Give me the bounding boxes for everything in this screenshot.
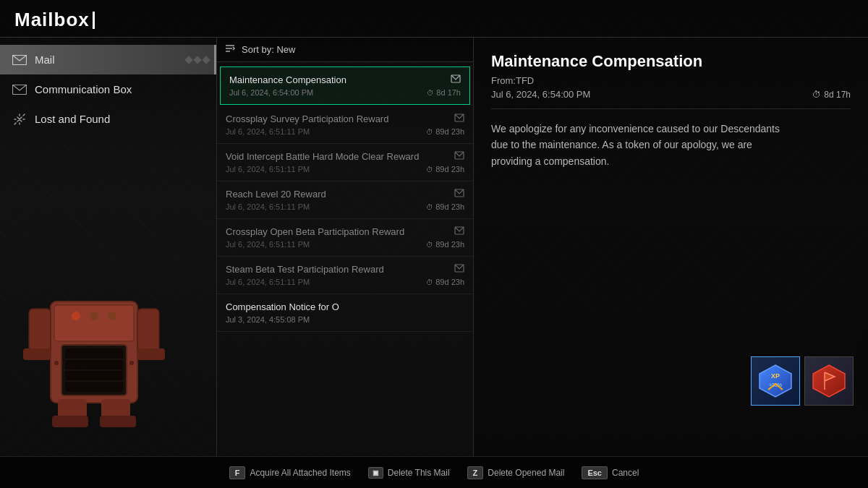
- attachment-slot-1[interactable]: XP +30%: [751, 356, 800, 406]
- lost-found-icon: [12, 114, 27, 125]
- svg-text:XP: XP: [771, 372, 780, 380]
- detail-panel: Maintenance Compensation From:TFD Jul 6,…: [474, 38, 868, 456]
- mail-item-2-expire: ⏱ 89d 23h: [426, 127, 464, 136]
- mail-item-2[interactable]: Crossplay Survey Participation Reward Ju…: [217, 106, 473, 144]
- mail-item-1-date: Jul 6, 2024, 6:54:00 PM: [229, 88, 313, 97]
- robot-illustration: [7, 244, 181, 435]
- attachment-slot-2[interactable]: [804, 356, 854, 406]
- action-delete-this[interactable]: ▣ Delete This Mail: [368, 467, 450, 479]
- mail-item-1-expire: ⏱ 8d 17h: [427, 88, 461, 97]
- attachment-icon-2: [454, 114, 464, 124]
- svg-rect-12: [52, 416, 88, 427]
- detail-from: From:TFD: [491, 75, 851, 86]
- action-acquire-all[interactable]: F Acquire All Attached Items: [229, 466, 351, 479]
- header: Mailbox: [0, 0, 868, 38]
- sidebar-item-mail-label: Mail: [35, 53, 55, 66]
- mail-items-list: Maintenance Compensation Jul 6, 2024, 6:…: [217, 62, 473, 456]
- action-delete-opened[interactable]: Z Delete Opened Mail: [467, 466, 565, 479]
- mail-item-4-expire: ⏱ 89d 23h: [426, 202, 464, 211]
- mail-list: Sort by: New Maintenance Compensation: [217, 38, 474, 456]
- active-indicator: [186, 57, 209, 63]
- detail-expire: ⏱ 8d 17h: [812, 90, 851, 100]
- attachment-icon-4: [454, 189, 464, 200]
- mail-item-5[interactable]: Crossplay Open Beta Participation Reward…: [217, 219, 473, 257]
- action-delete-opened-label: Delete Opened Mail: [488, 468, 564, 478]
- clock-icon-1: ⏱: [427, 89, 434, 97]
- mail-item-3[interactable]: Void Intercept Battle Hard Mode Clear Re…: [217, 144, 473, 181]
- svg-point-16: [108, 312, 116, 320]
- mail-item-6-title: Steam Beta Test Participation Reward: [226, 264, 384, 275]
- sidebar-item-lost-and-found-label: Lost and Found: [35, 113, 110, 125]
- svg-point-18: [129, 361, 134, 365]
- attachment-icon-1: [451, 74, 461, 85]
- sort-label: Sort by: New: [242, 44, 295, 55]
- svg-marker-34: [813, 365, 845, 397]
- svg-rect-3: [54, 305, 134, 341]
- envelope-icon: [12, 84, 27, 95]
- svg-rect-13: [100, 416, 136, 427]
- mail-item-5-expire: ⏱ 89d 23h: [426, 240, 464, 249]
- mail-item-4-title: Reach Level 20 Reward: [226, 189, 326, 200]
- svg-point-14: [72, 312, 80, 320]
- mail-item-6-expire: ⏱ 89d 23h: [426, 278, 464, 286]
- svg-rect-6: [29, 309, 51, 352]
- sidebar-item-communication-box-label: Communication Box: [35, 83, 132, 95]
- attachment-icon-5: [454, 226, 464, 237]
- mail-item-3-expire: ⏱ 89d 23h: [426, 165, 464, 174]
- mail-item-4[interactable]: Reach Level 20 Reward Jul 6, 2024, 6:51:…: [217, 181, 473, 219]
- sort-bar[interactable]: Sort by: New: [217, 38, 473, 62]
- detail-date: Jul 6, 2024, 6:54:00 PM: [491, 89, 590, 100]
- mail-item-1[interactable]: Maintenance Compensation Jul 6, 2024, 6:…: [220, 67, 470, 105]
- mail-item-7[interactable]: Compensation Notice for O Jul 3, 2024, 4…: [217, 294, 473, 332]
- svg-point-15: [90, 312, 98, 320]
- mail-item-3-title: Void Intercept Battle Hard Mode Clear Re…: [226, 151, 419, 162]
- page-title: Mailbox: [14, 9, 90, 31]
- svg-rect-8: [137, 309, 159, 352]
- mail-item-5-title: Crossplay Open Beta Participation Reward: [226, 226, 404, 237]
- action-cancel-label: Cancel: [612, 468, 639, 478]
- content-area: Mail Communication Box: [0, 38, 868, 456]
- mail-item-5-date: Jul 6, 2024, 6:51:11 PM: [226, 240, 310, 249]
- mail-item-7-title: Compensation Notice for O: [226, 301, 339, 312]
- clock-icon-3: ⏱: [426, 166, 433, 174]
- key-esc: Esc: [582, 466, 608, 479]
- clock-icon-6: ⏱: [426, 278, 433, 286]
- action-cancel[interactable]: Esc Cancel: [582, 466, 639, 479]
- cursor-indicator: [93, 12, 95, 29]
- mail-item-3-date: Jul 6, 2024, 6:51:11 PM: [226, 165, 310, 174]
- mail-item-4-date: Jul 6, 2024, 6:51:11 PM: [226, 202, 310, 211]
- key-z: Z: [467, 466, 484, 479]
- clock-icon-4: ⏱: [426, 203, 433, 211]
- svg-rect-7: [23, 348, 51, 360]
- attachment-area: XP +30%: [751, 356, 854, 406]
- svg-point-17: [54, 361, 59, 365]
- clock-icon-2: ⏱: [426, 128, 433, 136]
- sidebar-item-communication-box[interactable]: Communication Box: [0, 74, 216, 104]
- svg-marker-31: [760, 365, 791, 397]
- sidebar-item-lost-and-found[interactable]: Lost and Found: [0, 104, 216, 134]
- detail-body: We apologize for any inconvenience cause…: [491, 121, 795, 169]
- clock-icon-5: ⏱: [426, 241, 433, 249]
- svg-rect-9: [137, 348, 165, 360]
- attachment-icon-3: [454, 151, 464, 162]
- clock-icon-detail: ⏱: [812, 90, 821, 100]
- mail-item-7-date: Jul 3, 2024, 4:55:08 PM: [226, 315, 310, 324]
- action-acquire-all-label: Acquire All Attached Items: [250, 468, 350, 478]
- key-f: F: [229, 466, 246, 479]
- mail-icon: [12, 54, 27, 66]
- sidebar-item-mail[interactable]: Mail: [0, 45, 216, 74]
- attachment-icon-6: [454, 264, 464, 275]
- detail-title: Maintenance Compensation: [491, 52, 851, 71]
- mail-item-1-title: Maintenance Compensation: [229, 74, 346, 85]
- key-delete-this: ▣: [368, 467, 383, 479]
- sidebar: Mail Communication Box: [0, 38, 217, 456]
- sort-icon: [224, 43, 236, 56]
- mail-item-2-title: Crossplay Survey Participation Reward: [226, 114, 388, 124]
- bottom-action-bar: F Acquire All Attached Items ▣ Delete Th…: [0, 456, 868, 488]
- detail-date-row: Jul 6, 2024, 6:54:00 PM ⏱ 8d 17h: [491, 89, 851, 109]
- mail-item-2-date: Jul 6, 2024, 6:51:11 PM: [226, 127, 310, 136]
- mail-item-6[interactable]: Steam Beta Test Participation Reward Jul…: [217, 257, 473, 294]
- action-delete-this-label: Delete This Mail: [388, 468, 450, 478]
- mail-item-6-date: Jul 6, 2024, 6:51:11 PM: [226, 278, 310, 286]
